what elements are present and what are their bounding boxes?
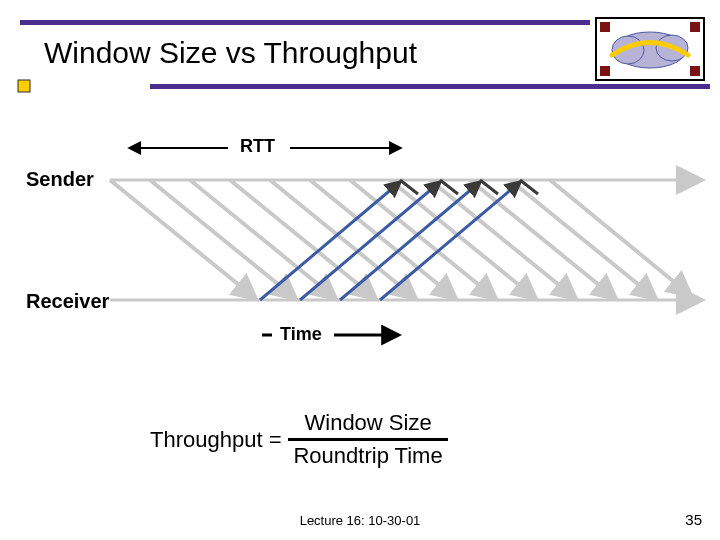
svg-rect-7 [690,66,700,76]
svg-point-9 [612,36,644,64]
svg-line-24 [470,180,615,298]
rtt-label: RTT [240,136,275,157]
svg-rect-6 [600,66,610,76]
svg-rect-1 [150,84,710,89]
throughput-formula: Throughput = Window Size Roundtrip Time [150,410,449,469]
svg-line-29 [340,182,480,300]
svg-rect-0 [20,20,590,25]
svg-line-21 [350,180,495,298]
svg-rect-2 [18,80,30,92]
svg-line-34 [520,180,538,194]
formula-fraction: Window Size Roundtrip Time [287,410,448,469]
svg-line-25 [510,180,655,298]
svg-line-30 [380,182,520,300]
svg-line-16 [150,180,295,298]
slide-title: Window Size vs Throughput [44,36,417,70]
svg-line-26 [550,180,690,295]
svg-line-15 [110,180,255,298]
receiver-label: Receiver [26,290,109,313]
svg-line-23 [430,180,575,298]
slide-footer: Lecture 16: 10-30-01 [300,513,421,528]
slide-stage: Window Size vs Throughput RTT Sender Rec… [0,0,720,540]
formula-lhs: Throughput = [150,427,285,453]
sender-label: Sender [26,168,94,191]
svg-line-19 [270,180,415,298]
svg-line-22 [390,180,535,298]
svg-line-20 [310,180,455,298]
svg-rect-5 [690,22,700,32]
svg-point-8 [614,32,686,68]
svg-rect-3 [596,18,704,80]
svg-line-33 [480,180,498,194]
svg-point-10 [656,35,688,61]
page-number: 35 [685,511,702,528]
formula-numerator: Window Size [299,410,438,438]
time-label: Time [280,324,322,345]
svg-line-28 [300,182,440,300]
svg-line-17 [190,180,335,298]
formula-denominator: Roundtrip Time [287,441,448,469]
svg-line-31 [400,180,418,194]
svg-line-18 [230,180,375,298]
svg-line-27 [260,182,400,300]
svg-rect-4 [600,22,610,32]
svg-line-32 [440,180,458,194]
